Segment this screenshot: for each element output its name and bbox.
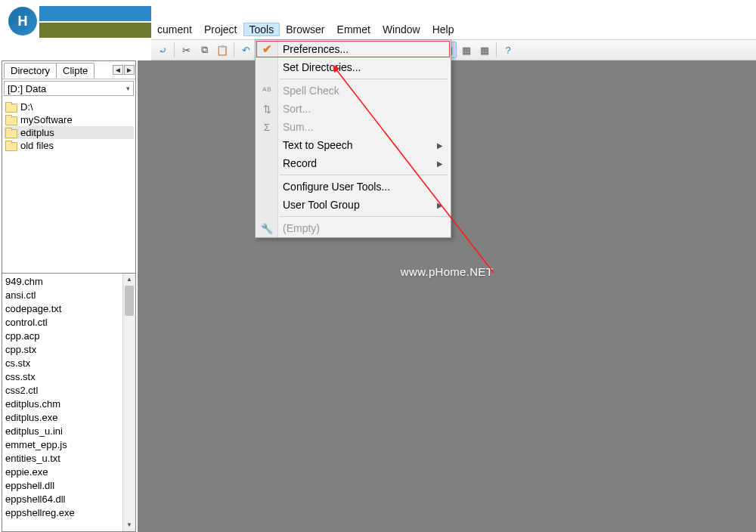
- watermark: www.pHome.NET: [401, 265, 493, 278]
- tab-directory[interactable]: Directory: [4, 63, 57, 78]
- menu-item-user-tool-group[interactable]: User Tool Group▶: [256, 196, 451, 214]
- menu-separator: [280, 175, 448, 175]
- editor-area: www.pHome.NET ✔Preferences...Set Directo…: [138, 60, 756, 532]
- submenu-arrow-icon: ▶: [437, 201, 443, 209]
- menu-window[interactable]: Window: [376, 23, 426, 36]
- menu-browser[interactable]: Browser: [280, 23, 330, 36]
- menu-project[interactable]: Project: [198, 23, 243, 36]
- logo-bar-top: [39, 6, 151, 21]
- folder-icon: [5, 128, 17, 138]
- menu-item-label: Set Directories...: [283, 61, 361, 73]
- app-logo: H: [6, 5, 39, 38]
- file-list-item[interactable]: cpp.acp: [5, 329, 132, 343]
- scroll-down-icon[interactable]: ▼: [123, 519, 135, 531]
- file-list-scrollbar[interactable]: ▲ ▼: [122, 274, 135, 531]
- file-list-item[interactable]: css2.ctl: [5, 384, 132, 397]
- file-list-item[interactable]: 949.chm: [5, 275, 132, 289]
- menu-item-label: Preferences...: [283, 43, 349, 55]
- side-panel: Directory Clipte ◄ ► [D:] Data ▾ D:\ myS…: [2, 60, 136, 532]
- tree-node[interactable]: old files: [4, 139, 134, 152]
- toolbar-undo-icon[interactable]: ↶: [237, 42, 254, 58]
- menu-item-label: Text to Speech: [283, 139, 353, 151]
- file-list-item[interactable]: eppshellreg.exe: [5, 506, 132, 520]
- file-list-item[interactable]: eppshell64.dll: [5, 493, 132, 506]
- toolbar: ⤾ ✂ ⧉ 📋 ↶ ↷ 🔍 A↔ W ≡ ≡ 1AB ✔ ▦ ▦ ▦ ▦ ?: [151, 39, 756, 60]
- menu-help[interactable]: Help: [426, 23, 460, 36]
- toolbar-help-icon[interactable]: ?: [500, 42, 516, 58]
- toolbar-paste-icon[interactable]: 📋: [214, 42, 231, 58]
- file-list-item[interactable]: editplus.exe: [5, 411, 132, 425]
- check-icon: ✔: [260, 42, 274, 56]
- sigma-icon: Σ: [260, 122, 274, 133]
- toolbar-separator: [234, 42, 234, 57]
- spellcheck-icon: ᴬᴮ: [260, 85, 274, 97]
- sort-icon: ⇅: [260, 104, 274, 115]
- menu-item-label: Spell Check: [283, 85, 339, 97]
- file-list-item[interactable]: eppie.exe: [5, 466, 132, 479]
- chevron-down-icon: ▾: [126, 85, 130, 92]
- menu-bar: cument Project Tools Browser Emmet Windo…: [151, 22, 756, 37]
- toolbar-separator: [174, 42, 175, 57]
- menu-item-empty: 🔧(Empty): [256, 219, 451, 237]
- menu-separator: [280, 216, 448, 217]
- menu-item-label: Configure User Tools...: [283, 181, 390, 193]
- file-list-item[interactable]: cpp.stx: [5, 343, 132, 357]
- menu-item-configure-user-tools[interactable]: Configure User Tools...: [256, 178, 451, 196]
- drive-label: [D:] Data: [8, 83, 46, 94]
- toolbar-refresh-icon[interactable]: ⤾: [154, 42, 171, 58]
- tree-node-selected[interactable]: editplus: [4, 126, 134, 139]
- submenu-arrow-icon: ▶: [437, 159, 443, 168]
- menu-item-text-to-speech[interactable]: Text to Speech▶: [256, 136, 451, 154]
- file-list-item[interactable]: cs.stx: [5, 357, 132, 370]
- menu-document[interactable]: cument: [151, 23, 198, 36]
- tab-scroll-right-icon[interactable]: ►: [124, 65, 135, 75]
- folder-icon: [5, 141, 17, 151]
- menu-item-label: Sum...: [283, 121, 313, 133]
- tools-dropdown: ✔Preferences...Set Directories...ᴬᴮSpell…: [255, 39, 451, 238]
- file-list-item[interactable]: emmet_epp.js: [5, 438, 132, 452]
- wrench-icon: 🔧: [260, 223, 274, 234]
- menu-item-record[interactable]: Record▶: [256, 154, 451, 172]
- menu-item-label: User Tool Group: [283, 199, 360, 211]
- drive-selector[interactable]: [D:] Data ▾: [4, 81, 134, 96]
- menu-item-preferences[interactable]: ✔Preferences...: [256, 40, 451, 58]
- menu-item-sort: ⇅Sort...: [256, 100, 451, 118]
- directory-tree: D:\ mySoftware editplus old files: [2, 97, 135, 155]
- tree-node[interactable]: D:\: [4, 101, 134, 113]
- file-list-item[interactable]: codepage.txt: [5, 302, 132, 316]
- toolbar-separator: [496, 42, 497, 57]
- file-list-item[interactable]: eppshell.dll: [5, 479, 132, 493]
- toolbar-view3-icon[interactable]: ▦: [458, 42, 475, 58]
- scroll-thumb[interactable]: [125, 286, 134, 316]
- toolbar-view4-icon[interactable]: ▦: [476, 42, 493, 58]
- scroll-up-icon[interactable]: ▲: [123, 274, 135, 286]
- folder-icon: [5, 102, 17, 113]
- side-tabs: Directory Clipte ◄ ►: [2, 61, 135, 79]
- logo-bar-bottom: [39, 23, 151, 38]
- menu-item-label: Record: [283, 157, 317, 169]
- file-list-item[interactable]: ansi.ctl: [5, 289, 132, 302]
- file-list-item[interactable]: control.ctl: [5, 316, 132, 329]
- file-list-item[interactable]: editplus_u.ini: [5, 425, 132, 438]
- menu-item-sum: ΣSum...: [256, 118, 451, 136]
- menu-item-set-directories[interactable]: Set Directories...: [256, 58, 451, 76]
- file-list-item[interactable]: css.stx: [5, 370, 132, 384]
- folder-icon: [5, 115, 17, 125]
- file-list-item[interactable]: entities_u.txt: [5, 452, 132, 466]
- menu-separator: [280, 79, 448, 79]
- submenu-arrow-icon: ▶: [437, 141, 443, 150]
- menu-item-label: (Empty): [283, 222, 320, 234]
- file-list-item[interactable]: editplus.chm: [5, 397, 132, 411]
- tab-cliptext[interactable]: Clipte: [56, 63, 94, 78]
- toolbar-cut-icon[interactable]: ✂: [178, 42, 194, 58]
- menu-item-label: Sort...: [283, 103, 311, 115]
- tab-scroll-left-icon[interactable]: ◄: [113, 65, 123, 75]
- file-list: 949.chmansi.ctlcodepage.txtcontrol.ctlcp…: [2, 273, 135, 531]
- menu-item-spell-check: ᴬᴮSpell Check: [256, 82, 451, 100]
- menu-tools[interactable]: Tools: [243, 23, 280, 36]
- toolbar-copy-icon[interactable]: ⧉: [196, 42, 212, 58]
- tree-node[interactable]: mySoftware: [4, 113, 134, 126]
- logo-strip: H: [0, 5, 151, 38]
- menu-emmet[interactable]: Emmet: [331, 23, 376, 36]
